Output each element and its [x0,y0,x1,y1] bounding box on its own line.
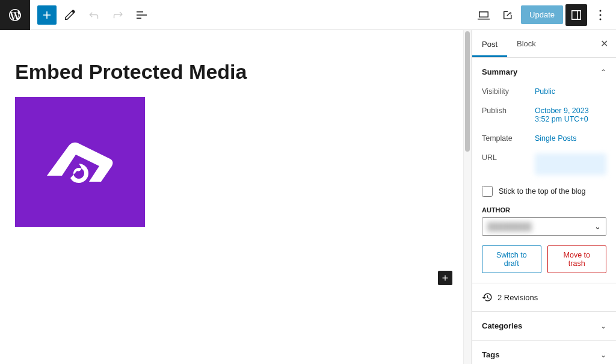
list-view-button[interactable] [131,4,153,26]
undo-icon [87,8,101,22]
categories-title: Categories [482,321,522,330]
chevron-up-icon: ⌃ [600,68,606,76]
tab-post[interactable]: Post [472,31,507,57]
canvas-scrollbar[interactable] [463,30,472,364]
more-vertical-icon [593,8,608,22]
undo-button[interactable] [83,4,105,26]
stick-checkbox[interactable] [482,186,493,197]
plus-icon [440,273,451,283]
plus-icon [40,8,54,22]
tags-panel[interactable]: Tags ⌄ [472,341,616,364]
add-block-button[interactable] [37,5,57,25]
summary-title: Summary [482,67,517,76]
redo-button[interactable] [107,4,129,26]
svg-point-1 [600,14,602,16]
svg-point-2 [600,18,602,20]
template-row: Template Single Posts [482,134,606,143]
svg-point-0 [600,10,602,11]
visibility-row: Visibility Public [482,87,606,96]
toolbar-right: Update [473,4,611,26]
url-row: URL [482,153,606,175]
revisions-button[interactable]: 2 Revisions [472,283,616,312]
editor-toolbar: Update [0,0,616,30]
author-value: ████████ [487,222,532,231]
template-label: Template [482,134,535,143]
list-view-icon [135,8,149,22]
publish-label: Publish [482,106,535,123]
external-link-icon [500,8,515,22]
settings-sidebar: Post Block ✕ Summary ⌃ Visibility Public… [472,30,616,364]
author-label: AUTHOR [482,206,606,214]
publish-row: Publish October 9, 2023 3:52 pm UTC+0 [482,106,606,123]
wordpress-icon [8,8,22,22]
sidebar-icon [569,8,584,22]
chevron-down-icon: ⌄ [594,222,601,231]
tab-block[interactable]: Block [507,31,546,57]
author-select[interactable]: ████████ ⌄ [482,217,606,236]
pencil-icon [63,8,77,22]
main-layout: Embed Protected Media Post Block ✕ Summa… [0,30,616,364]
stick-label: Stick to the top of the blog [499,187,586,196]
chevron-down-icon: ⌄ [600,322,606,330]
stick-row: Stick to the top of the blog [482,186,606,197]
move-trash-button[interactable]: Move to trash [547,245,607,273]
publish-date: October 9, 2023 [535,106,589,115]
update-button[interactable]: Update [521,5,563,24]
revisions-label: 2 Revisions [497,293,538,302]
options-button[interactable] [590,4,611,26]
scrollbar-thumb[interactable] [465,31,470,152]
visibility-label: Visibility [482,87,535,96]
close-sidebar-button[interactable]: ✕ [596,35,612,52]
post-title[interactable]: Embed Protected Media [15,60,448,84]
publish-time: 3:52 pm UTC+0 [535,115,588,123]
wordpress-logo[interactable] [0,0,30,30]
view-button[interactable] [473,4,494,26]
template-value[interactable]: Single Posts [535,134,606,143]
categories-panel[interactable]: Categories ⌄ [472,312,616,341]
visibility-value[interactable]: Public [535,87,606,96]
preview-button[interactable] [497,4,519,26]
add-block-after-button[interactable] [438,271,452,285]
chevron-down-icon: ⌄ [600,351,606,359]
editor-canvas[interactable]: Embed Protected Media [0,30,463,364]
edit-mode-button[interactable] [59,4,81,26]
url-value[interactable] [535,153,606,175]
toolbar-left [5,0,153,30]
summary-content: Visibility Public Publish October 9, 202… [482,87,606,175]
url-label: URL [482,153,535,175]
laptop-icon [476,8,491,22]
action-buttons: Switch to draft Move to trash [482,245,606,273]
sidebar-tabs: Post Block ✕ [472,30,616,58]
media-block[interactable] [15,97,145,227]
redo-icon [111,8,125,22]
media-logo-icon [41,135,119,189]
history-icon [482,292,493,303]
summary-panel: Summary ⌃ Visibility Public Publish Octo… [472,58,616,283]
sidebar-toggle-button[interactable] [565,4,587,26]
tags-title: Tags [482,350,499,359]
switch-draft-button[interactable]: Switch to draft [482,245,541,273]
publish-value[interactable]: October 9, 2023 3:52 pm UTC+0 [535,106,606,123]
summary-header[interactable]: Summary ⌃ [482,67,606,76]
